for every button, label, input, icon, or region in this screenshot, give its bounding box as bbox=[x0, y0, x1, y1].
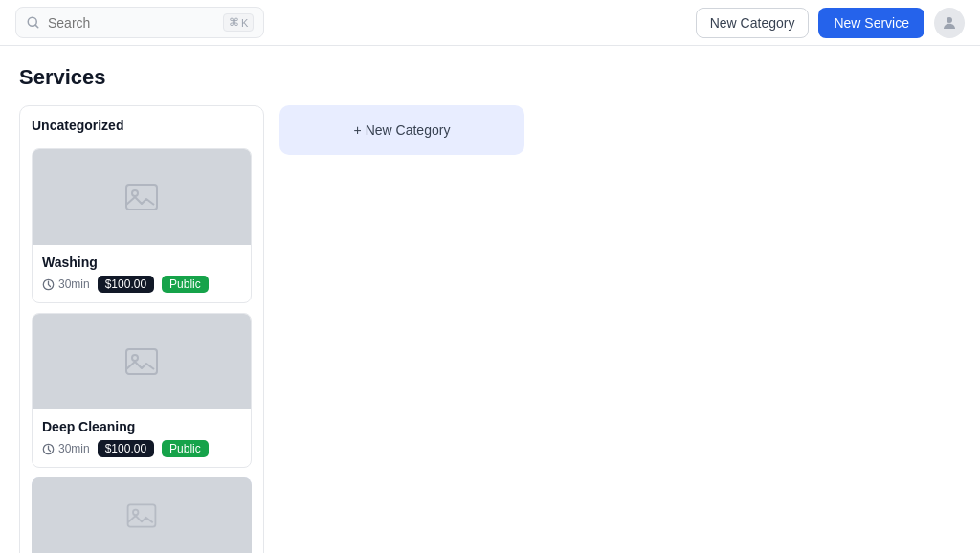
service-card-image-deep-cleaning bbox=[33, 314, 251, 409]
service-card-image-washing bbox=[33, 149, 251, 245]
topbar-actions: New Category New Service bbox=[696, 8, 965, 38]
service-card-washing[interactable]: Washing 30min $100.00 Public bbox=[32, 148, 252, 303]
svg-point-4 bbox=[132, 190, 138, 196]
service-meta-washing: 30min $100.00 Public bbox=[42, 276, 241, 293]
clock-icon-2 bbox=[42, 443, 55, 455]
avatar[interactable] bbox=[934, 8, 965, 38]
service-duration-deep-cleaning: 30min bbox=[42, 442, 90, 455]
new-category-button[interactable]: New Category bbox=[696, 8, 810, 38]
service-price-badge-washing: $100.00 bbox=[98, 276, 154, 293]
service-duration-washing: 30min bbox=[42, 277, 90, 291]
svg-rect-6 bbox=[126, 349, 157, 374]
new-service-placeholder: + New Service bbox=[32, 477, 252, 553]
new-category-card-button[interactable]: + New Category bbox=[279, 105, 524, 155]
category-column-uncategorized: Uncategorized Washing bbox=[19, 105, 264, 553]
new-service-placeholder-image bbox=[32, 477, 252, 553]
category-header: Uncategorized bbox=[32, 118, 252, 139]
service-title-deep-cleaning: Deep Cleaning bbox=[42, 419, 241, 434]
svg-point-10 bbox=[133, 510, 138, 515]
svg-rect-9 bbox=[128, 504, 156, 526]
image-placeholder-icon-2 bbox=[122, 343, 161, 381]
service-title-washing: Washing bbox=[42, 254, 241, 270]
new-service-top-button[interactable]: New Service bbox=[818, 8, 924, 38]
service-card-body-deep-cleaning: Deep Cleaning 30min $100.00 Public bbox=[33, 409, 251, 467]
services-board: Uncategorized Washing bbox=[19, 105, 961, 553]
main-content: Services Uncategorized Washing bbox=[0, 46, 980, 553]
search-icon bbox=[26, 15, 40, 30]
svg-point-2 bbox=[947, 17, 952, 23]
search-input[interactable] bbox=[48, 15, 215, 31]
topbar: ⌘ K New Category New Service bbox=[0, 0, 980, 46]
keyboard-shortcut: ⌘ K bbox=[223, 13, 254, 32]
service-card-deep-cleaning[interactable]: Deep Cleaning 30min $100.00 Public bbox=[32, 313, 252, 468]
svg-line-1 bbox=[35, 25, 38, 28]
page-title: Services bbox=[19, 65, 961, 90]
service-visibility-badge-deep-cleaning: Public bbox=[162, 440, 209, 457]
service-price-badge-deep-cleaning: $100.00 bbox=[98, 440, 154, 457]
service-card-body-washing: Washing 30min $100.00 Public bbox=[33, 245, 251, 302]
svg-rect-3 bbox=[126, 185, 157, 210]
image-placeholder-icon bbox=[122, 178, 161, 216]
service-visibility-badge-washing: Public bbox=[162, 276, 209, 293]
clock-icon bbox=[42, 278, 55, 291]
service-meta-deep-cleaning: 30min $100.00 Public bbox=[42, 440, 241, 457]
search-wrapper: ⌘ K bbox=[15, 7, 264, 38]
image-placeholder-icon-3 bbox=[124, 498, 159, 533]
svg-point-7 bbox=[132, 355, 138, 361]
